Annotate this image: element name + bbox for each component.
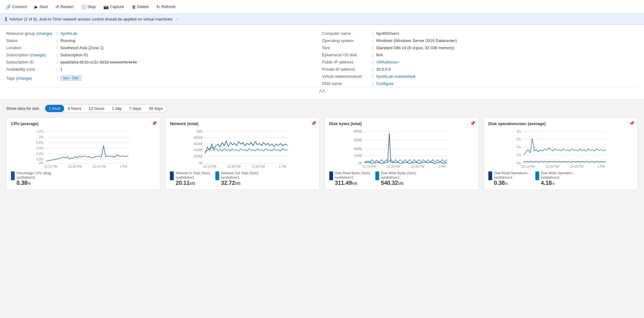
refresh-icon: ↻ bbox=[156, 4, 160, 9]
subscription-change-link[interactable]: (change) bbox=[30, 53, 45, 57]
delete-icon: 🗑 bbox=[132, 4, 136, 9]
resource-group-change-link[interactable]: (change) bbox=[36, 31, 52, 36]
tag-badge: env : Dev bbox=[60, 75, 82, 81]
ephemeral-disk-value: N/A bbox=[376, 53, 383, 57]
location-value: Southeast Asia (Zone 1) bbox=[60, 45, 104, 50]
time-btn-12hours[interactable]: 12 hours bbox=[85, 105, 108, 112]
disk-ops-chart-card: Disk operations/sec (average) 📌 8/s 6/s … bbox=[484, 117, 638, 190]
show-data-label: Show data for last: bbox=[6, 106, 40, 111]
computer-name-value: SynthDriver1 bbox=[376, 31, 399, 36]
svg-text:1.2%: 1.2% bbox=[36, 130, 44, 133]
network-chart-area: 1MB 800kB 600kB 400kB 200kB 0B 12:15 PM … bbox=[170, 129, 315, 169]
legend-item: Percentage CPU (Avg)synthdriver1 0.38% bbox=[11, 171, 51, 186]
capture-button[interactable]: 📷 Capture bbox=[100, 3, 127, 11]
info-row-public-ip: Public IP address : <IPAddress> bbox=[322, 58, 632, 66]
stop-button[interactable]: ⬜ Stop bbox=[78, 3, 99, 11]
pin-icon[interactable]: 📌 bbox=[311, 121, 316, 126]
subscription-id-value: aaaa0a0a-bb1b-cc2c-dd3d-eeeeee4e4e4e bbox=[60, 60, 137, 64]
svg-text:12:15 PM: 12:15 PM bbox=[44, 165, 57, 168]
disk-ops-legend: Disk Read Operations...synthdriver1 0.38… bbox=[488, 171, 633, 186]
dns-link[interactable]: Configure bbox=[376, 81, 393, 86]
restart-button[interactable]: ↺ Restart bbox=[52, 3, 77, 11]
subscription-value: Subscription 01 bbox=[60, 53, 88, 57]
svg-text:12:30 PM: 12:30 PM bbox=[227, 165, 241, 168]
advisor-link[interactable]: → bbox=[175, 17, 179, 21]
cpu-chart-svg: 1.2% 1% 0.8% 0.6% 0.4% 0.2% 0% 12:15 PM … bbox=[11, 129, 156, 169]
network-chart-title: Network (total) bbox=[170, 121, 315, 126]
time-btn-1day[interactable]: 1 day bbox=[108, 105, 126, 112]
svg-text:0.4%: 0.4% bbox=[36, 152, 44, 156]
charts-grid: CPU (average) 📌 1.2% 1% 0.8% 0.6% bbox=[6, 117, 638, 190]
svg-text:12:45 PM: 12:45 PM bbox=[411, 165, 424, 168]
advisor-text: Advisor (1 of 9): Just-In-Time network a… bbox=[9, 17, 172, 21]
svg-text:12:15 PM: 12:15 PM bbox=[521, 165, 535, 168]
svg-text:12:30 PM: 12:30 PM bbox=[546, 165, 559, 168]
svg-text:8/s: 8/s bbox=[517, 130, 521, 133]
legend-color-diskreadops bbox=[488, 171, 492, 180]
cpu-chart-area: 1.2% 1% 0.8% 0.6% 0.4% 0.2% 0% 12:15 PM … bbox=[11, 129, 156, 169]
resource-group-value[interactable]: SynthLab bbox=[60, 31, 78, 36]
legend-color-diskread bbox=[329, 171, 333, 180]
info-row-tags: Tags (change) : env : Dev bbox=[6, 73, 316, 83]
legend-item-netin: Network In Total (Sum)synthdriver1 20.11… bbox=[170, 171, 210, 186]
svg-text:1MB: 1MB bbox=[196, 130, 203, 133]
network-chart-legend: Network In Total (Sum)synthdriver1 20.11… bbox=[170, 171, 315, 186]
svg-text:12:45 PM: 12:45 PM bbox=[92, 165, 106, 168]
connect-button[interactable]: 🔗 Connect bbox=[2, 3, 30, 11]
info-row-vnet: Virtual network/subnet : SynthLab-vnet/d… bbox=[322, 73, 632, 80]
toolbar: 🔗 Connect ▶ Start ↺ Restart ⬜ Stop 📷 Cap… bbox=[0, 0, 644, 14]
collapse-icon: ⋀⋀ bbox=[319, 89, 325, 93]
svg-text:12:15 PM: 12:15 PM bbox=[362, 165, 376, 168]
disk-bytes-chart-area: 80MB 60MB 40MB 20MB 0B 12:15 PM 12:30 PM… bbox=[329, 129, 474, 169]
advisor-banner: ℹ Advisor (1 of 9): Just-In-Time network… bbox=[0, 14, 644, 25]
svg-text:40MB: 40MB bbox=[354, 147, 362, 151]
legend-item-netout: Network Out Total (Sum)synthdriver1 32.7… bbox=[215, 171, 258, 186]
collapse-button[interactable]: ⋀⋀ bbox=[6, 87, 638, 94]
pin-icon[interactable]: 📌 bbox=[152, 121, 157, 126]
svg-text:1 PM: 1 PM bbox=[279, 165, 286, 168]
pin-icon[interactable]: 📌 bbox=[629, 121, 634, 126]
time-btn-30days[interactable]: 30 days bbox=[145, 105, 167, 112]
svg-text:1 PM: 1 PM bbox=[597, 165, 604, 168]
start-icon: ▶ bbox=[35, 4, 38, 9]
public-ip-link[interactable]: <IPAddress> bbox=[376, 60, 399, 64]
time-btn-1hour[interactable]: 1 hour bbox=[45, 105, 64, 112]
start-button[interactable]: ▶ Start bbox=[31, 3, 51, 11]
svg-text:20MB: 20MB bbox=[354, 154, 362, 157]
vnet-link[interactable]: SynthLab-vnet/default bbox=[376, 74, 415, 79]
time-btn-7days[interactable]: 7 days bbox=[125, 105, 145, 112]
info-row-availability-zone: Availability zone : 1 bbox=[6, 66, 316, 73]
legend-color-diskwrite bbox=[375, 171, 379, 180]
time-btn-6hours[interactable]: 6 hours bbox=[64, 105, 85, 112]
disk-ops-chart-area: 8/s 6/s 4/s 2/s 0/s 12:15 PM 12:30 PM 12… bbox=[488, 129, 633, 169]
stop-icon: ⬜ bbox=[81, 4, 86, 9]
legend-item-diskread: Disk Read Bytes (Sum)synthdriver1 311.49… bbox=[329, 171, 370, 186]
pin-icon[interactable]: 📌 bbox=[470, 121, 475, 126]
svg-text:60MB: 60MB bbox=[354, 138, 362, 142]
legend-color-netin bbox=[170, 171, 174, 180]
info-row-location: Location : Southeast Asia (Zone 1) bbox=[6, 44, 316, 51]
legend-color-diskwriteops bbox=[535, 171, 539, 180]
delete-button[interactable]: 🗑 Delete bbox=[129, 3, 152, 11]
tags-change-link[interactable]: (change) bbox=[16, 76, 32, 81]
cpu-chart-legend: Percentage CPU (Avg)synthdriver1 0.38% bbox=[11, 171, 156, 186]
legend-color-netout bbox=[215, 171, 219, 180]
legend-item-diskwrite: Disk Write Bytes (Sum)synthdriver1 540.3… bbox=[375, 171, 416, 186]
info-section: Resource group (change) : SynthLab Statu… bbox=[0, 25, 644, 100]
svg-text:0.8%: 0.8% bbox=[36, 141, 44, 144]
legend-item-diskwriteops: Disk Write Operation...synthdriver1 4.18… bbox=[535, 171, 575, 186]
info-row-ephemeral-disk: Ephemeral OS disk : N/A bbox=[322, 51, 632, 58]
legend-item-diskreadops: Disk Read Operations...synthdriver1 0.38… bbox=[488, 171, 530, 186]
charts-section: Show data for last: 1 hour 6 hours 12 ho… bbox=[0, 100, 644, 195]
time-filter: 1 hour 6 hours 12 hours 1 day 7 days 30 … bbox=[45, 105, 167, 112]
info-row-dns: DNS name : Configure bbox=[322, 80, 632, 87]
restart-icon: ↺ bbox=[55, 4, 59, 9]
info-row-subscription-id: Subscription ID : aaaa0a0a-bb1b-cc2c-dd3… bbox=[6, 58, 316, 66]
info-row-os: Operating system : Windows (Windows Serv… bbox=[322, 37, 632, 44]
info-right: Computer name : SynthDriver1 Operating s… bbox=[322, 30, 638, 87]
svg-text:1 PM: 1 PM bbox=[120, 165, 127, 168]
refresh-button[interactable]: ↻ Refresh bbox=[153, 3, 179, 11]
svg-text:6/s: 6/s bbox=[517, 138, 521, 141]
svg-text:12:45 PM: 12:45 PM bbox=[570, 165, 583, 168]
info-left: Resource group (change) : SynthLab Statu… bbox=[6, 30, 322, 87]
